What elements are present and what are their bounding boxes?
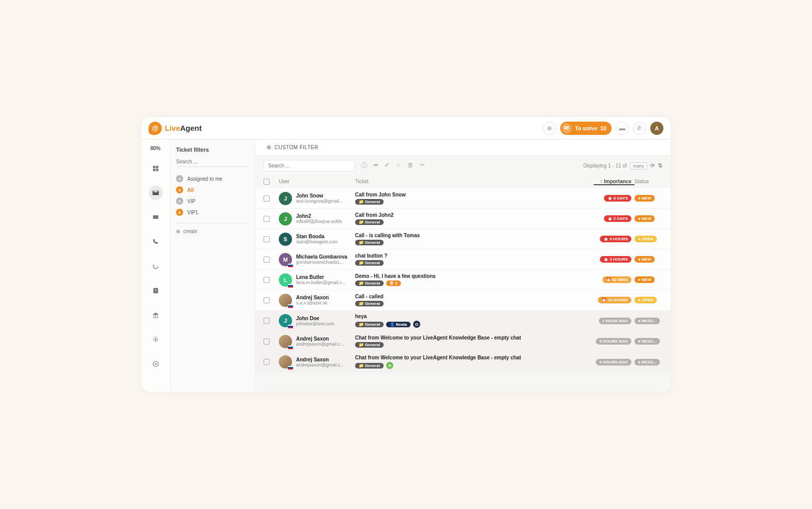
user-avatar[interactable]: A [650, 122, 663, 135]
forward-icon[interactable]: ➦ [373, 161, 379, 170]
row-checkbox[interactable] [264, 338, 270, 345]
ticket-tags: 📁 GeneralR [355, 362, 594, 369]
ticket-row[interactable]: SStan Boudastan@liveagent.comCall - is c… [255, 229, 671, 249]
col-user[interactable]: User [279, 179, 355, 185]
svg-point-7 [155, 290, 156, 291]
contacts-nav-icon[interactable] [149, 284, 163, 298]
ticket-row[interactable]: LLena Butlerlena.m.butler@gmail.c...Demo… [255, 270, 671, 290]
plus-icon: ⊕ [176, 229, 180, 234]
user-name: Stan Bouda [296, 234, 338, 239]
ticket-search-input[interactable] [264, 160, 355, 172]
row-checkbox[interactable] [264, 359, 270, 365]
chat-nav-icon[interactable] [149, 210, 163, 224]
filter-item-all[interactable]: 6All [176, 184, 249, 195]
col-importance[interactable]: ↑ Importance [594, 179, 634, 185]
fire-icon[interactable]: ♨ [396, 161, 401, 170]
to-solve-label: To solve [575, 125, 597, 131]
ticket-title: Chat from Welcome to your LiveAgent Know… [355, 355, 594, 360]
filter-label: All [187, 187, 194, 193]
flag-badge-icon [288, 304, 293, 308]
status-pill: ● OPEN [634, 236, 657, 242]
row-checkbox[interactable] [264, 257, 270, 263]
status-pill: ● NEW [634, 215, 655, 222]
col-ticket[interactable]: Ticket [355, 179, 594, 185]
user-email: johndoe@test.com [296, 321, 334, 326]
add-button[interactable]: ⊕ [543, 122, 556, 135]
filter-item-assigned-to-me[interactable]: 0Assigned to me [176, 173, 249, 184]
user-email: andrejsaxon@gmail.c... [296, 342, 344, 347]
ticket-row[interactable]: MMichaela Gombarovagombarovamichaela1...… [255, 249, 671, 270]
ticket-row[interactable]: JJohn2mfkafif@jfioejioe.sofdsCall from J… [255, 209, 671, 229]
status-pill: ● NEW [634, 256, 655, 263]
ticket-row[interactable]: JJohn Doejohndoe@test.comheya📁 General👤 … [255, 310, 671, 331]
logo-text-agent: Agent [180, 124, 202, 132]
gear-icon: ⚙ [267, 145, 272, 150]
ticket-row[interactable]: Andrej Saxonandrejsaxon@gmail.c...Chat f… [255, 331, 671, 352]
logo-icon: @ [149, 122, 162, 135]
row-checkbox[interactable] [264, 216, 270, 222]
row-checkbox[interactable] [264, 297, 270, 303]
dashboard-icon[interactable] [149, 161, 163, 176]
check-icon[interactable]: ✔ [385, 161, 390, 170]
refresh-icon[interactable]: ⟳ [650, 162, 655, 169]
ticket-title: Demo - Hi, I have a few questions [355, 273, 594, 279]
ticket-title: heya [355, 314, 594, 319]
importance-pill: ⏰ 42 MINS [602, 276, 631, 283]
to-solve-button[interactable]: ✉ To solve 10 [560, 122, 612, 135]
filter-item-vip[interactable]: 0VIP [176, 195, 249, 207]
user-avatar-icon [279, 335, 292, 348]
col-status[interactable]: Status [634, 179, 662, 185]
svg-rect-0 [153, 166, 155, 168]
bank-nav-icon[interactable] [149, 308, 163, 322]
tag-general: 📁 General [355, 322, 384, 327]
trash-icon[interactable]: 🗑 [408, 161, 414, 170]
user-name: John2 [296, 213, 342, 219]
ticket-tags: 📁 General [355, 342, 594, 348]
tag-general: 📁 General [355, 342, 384, 348]
custom-filter-bar[interactable]: ⚙ CUSTOM FILTER [255, 139, 671, 156]
user-avatar-icon [279, 355, 292, 369]
ticket-title: chat button ? [355, 253, 594, 259]
filter-count-badge: 0 [176, 197, 183, 205]
ticket-rows[interactable]: JJohn Snowtest.luongova@gmail...Call fro… [255, 188, 671, 392]
importance-pill: ⏰ 3 HOURS [600, 256, 631, 263]
row-checkbox[interactable] [264, 277, 270, 283]
ticket-title: Call from John2 [355, 212, 594, 218]
phone-nav-icon[interactable] [149, 235, 163, 249]
clear-icon[interactable]: ✂ [420, 161, 425, 170]
user-name: Andrej Saxon [296, 336, 344, 342]
chat-header-button[interactable]: ▬ [616, 122, 629, 135]
phone-header-button[interactable]: ✆ [633, 122, 646, 135]
top-header: @ LiveAgent ⊕ ✉ To solve 10 ▬ ✆ A [141, 117, 671, 139]
ticket-row[interactable]: JJohn Snowtest.luongova@gmail...Call fro… [255, 188, 671, 209]
toolbar: ⓘ ➦ ✔ ♨ 🗑 ✂ Displaying 1 - 11 of many ⟳ … [255, 156, 671, 176]
status-pill: ● RESO... [634, 359, 660, 365]
loading-nav-icon[interactable] [149, 259, 163, 273]
ticket-row[interactable]: Andrej Saxons.a.x.i@azet.skCall - called… [255, 290, 671, 310]
filters-search-input[interactable] [176, 157, 249, 167]
tag-general: 📁 General [355, 280, 384, 286]
svg-rect-2 [153, 169, 155, 172]
select-all-checkbox[interactable] [264, 179, 270, 185]
user-name: Michaela Gombarova [296, 254, 347, 260]
filters-panel: Ticket filters 0Assigned to me6All0VIP6V… [170, 139, 255, 392]
ticket-row[interactable]: Andrej Saxonandrejsaxon@gmail.c...Chat f… [255, 352, 671, 373]
info-icon[interactable]: ⓘ [361, 161, 367, 170]
settings-nav-icon[interactable] [149, 332, 163, 347]
app-window: @ LiveAgent ⊕ ✉ To solve 10 ▬ ✆ A 80% [141, 117, 671, 392]
ticket-tags: 📁 General [355, 199, 594, 205]
tag-general: 📁 General [355, 301, 384, 306]
filter-item-vip1[interactable]: 6VIP1 [176, 207, 249, 218]
row-checkbox[interactable] [264, 195, 270, 202]
mail-nav-icon[interactable] [149, 186, 163, 200]
ticket-tags: 📁 General👤 BeataD [355, 321, 594, 328]
ticket-title: Call - is calling with Tomas [355, 233, 594, 238]
status-pill: ● RESO... [634, 318, 660, 324]
row-checkbox[interactable] [264, 318, 270, 324]
user-avatar-icon: J [279, 314, 292, 327]
filter-toggle-icon[interactable]: ⇅ [658, 162, 662, 169]
row-checkbox[interactable] [264, 236, 270, 242]
plus-nav-icon[interactable] [149, 357, 163, 371]
many-box[interactable]: many [630, 162, 647, 169]
create-filter-button[interactable]: ⊕ create [176, 229, 249, 234]
